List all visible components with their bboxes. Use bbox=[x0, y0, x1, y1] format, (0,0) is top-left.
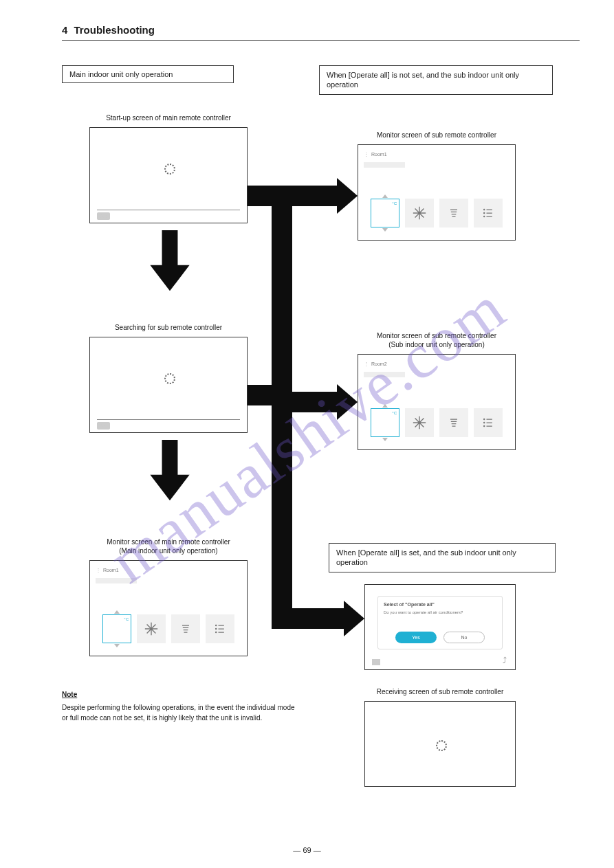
fan-icon bbox=[447, 206, 461, 220]
back-icon[interactable]: ⤴ bbox=[503, 656, 507, 665]
connector bbox=[248, 186, 272, 206]
svg-point-4 bbox=[483, 212, 485, 214]
loading-spinner-icon bbox=[436, 740, 444, 748]
temp-tile[interactable]: °C bbox=[102, 614, 131, 643]
caption-monitor-sub1: Monitor screen of sub remote controller bbox=[351, 131, 523, 140]
arrow-right-icon bbox=[337, 384, 358, 420]
connector bbox=[272, 608, 344, 629]
fan-tile[interactable] bbox=[439, 408, 468, 437]
fan-icon bbox=[447, 416, 461, 430]
arrow-right-icon bbox=[337, 178, 358, 214]
panel-monitor-main: ⋮ Room1 °C bbox=[89, 560, 248, 656]
list-icon bbox=[213, 622, 227, 636]
label-sub-only: When [Operate all] is not set, and the s… bbox=[319, 65, 553, 95]
dialog-question: Do you want to operate all air condition… bbox=[384, 610, 496, 614]
caption-receiving: Receiving screen of sub remote controlle… bbox=[351, 687, 529, 696]
connector-trunk bbox=[272, 186, 292, 629]
connector bbox=[292, 186, 337, 206]
caption-line2: (Main indoor unit only operation) bbox=[76, 546, 261, 555]
divider bbox=[97, 419, 240, 420]
breadcrumb-bar bbox=[364, 370, 405, 377]
control-tiles: °C bbox=[358, 199, 515, 227]
label-operate-all: When [Operate all] is set, and the sub i… bbox=[329, 543, 556, 572]
note-block: Note bbox=[62, 691, 298, 698]
snowflake-icon bbox=[412, 415, 427, 430]
panel-monitor-sub2: ⋮ Room2 °C bbox=[358, 354, 516, 450]
svg-point-5 bbox=[483, 216, 485, 218]
snowflake-icon bbox=[144, 621, 159, 636]
svg-point-7 bbox=[483, 422, 485, 424]
room-label: Room1 bbox=[371, 152, 387, 157]
temp-unit: °C bbox=[392, 411, 397, 415]
fan-tile[interactable] bbox=[439, 199, 468, 227]
panel-monitor-sub1: ⋮ Room1 °C bbox=[358, 144, 516, 241]
panel-startup: AC bbox=[89, 127, 248, 223]
card-header: ⋮ Room1 bbox=[96, 565, 241, 575]
dialog-title: Select of "Operate all" bbox=[384, 602, 496, 607]
caption-line2: (Sub indoor unit only operation) bbox=[344, 340, 529, 349]
ac-label: AC bbox=[97, 212, 110, 220]
loading-spinner-icon bbox=[164, 164, 173, 172]
label-main-only: Main indoor unit only operation bbox=[62, 65, 234, 83]
control-tiles: °C bbox=[358, 408, 515, 437]
caption-search-sub: Searching for sub remote controller bbox=[89, 323, 248, 332]
caption-startup: Start-up screen of main remote controlle… bbox=[89, 113, 248, 122]
temp-tile[interactable]: °C bbox=[371, 408, 399, 437]
connector bbox=[292, 392, 337, 412]
divider bbox=[97, 210, 240, 210]
card-header: ⋮ Room1 bbox=[364, 149, 509, 159]
page-header: 4 Troubleshooting bbox=[62, 24, 580, 41]
svg-point-3 bbox=[483, 209, 485, 211]
menu-dots-icon: ⋮ bbox=[364, 361, 369, 367]
svg-point-2 bbox=[215, 632, 217, 634]
no-button[interactable]: No bbox=[443, 632, 485, 643]
caption-line1: Monitor screen of sub remote controller bbox=[344, 331, 529, 340]
snowflake-icon bbox=[412, 205, 427, 221]
svg-point-1 bbox=[215, 628, 217, 630]
breadcrumb-bar bbox=[364, 160, 405, 168]
temp-tile[interactable]: °C bbox=[371, 199, 399, 227]
dialog-buttons: Yes No bbox=[386, 632, 494, 643]
yes-button[interactable]: Yes bbox=[395, 632, 437, 643]
room-label: Room1 bbox=[103, 568, 119, 572]
note-label: Note bbox=[62, 691, 77, 698]
list-icon bbox=[481, 206, 495, 220]
caption-monitor-sub2: Monitor screen of sub remote controller … bbox=[344, 331, 529, 349]
ac-label: AC bbox=[97, 422, 110, 430]
svg-point-8 bbox=[483, 425, 485, 427]
section-title: Troubleshooting bbox=[74, 24, 155, 36]
arrow-right-icon bbox=[344, 601, 364, 636]
svg-point-6 bbox=[483, 419, 485, 421]
page-number: — 69 — bbox=[293, 846, 320, 854]
room-label: Room2 bbox=[371, 361, 387, 366]
section-number: 4 bbox=[62, 24, 67, 36]
fan-tile[interactable] bbox=[171, 614, 200, 643]
caption-monitor-main: Monitor screen of main remote controller… bbox=[76, 537, 261, 555]
fan-icon bbox=[179, 622, 193, 636]
mode-tile[interactable] bbox=[137, 614, 166, 643]
note-text: Despite performing the following operati… bbox=[62, 702, 298, 723]
temp-unit: °C bbox=[392, 201, 397, 205]
menu-dots-icon: ⋮ bbox=[364, 151, 369, 157]
list-tile[interactable] bbox=[206, 614, 234, 643]
control-tiles: °C bbox=[90, 614, 247, 643]
panel-dialog: Select of "Operate all" Do you want to o… bbox=[364, 584, 516, 670]
mode-tile[interactable] bbox=[405, 408, 434, 437]
mode-tile[interactable] bbox=[405, 199, 434, 227]
home-icon bbox=[372, 659, 380, 665]
list-icon bbox=[481, 416, 495, 430]
card-header: ⋮ Room2 bbox=[364, 359, 509, 368]
caption-line1: Monitor screen of main remote controller bbox=[76, 537, 261, 546]
list-tile[interactable] bbox=[474, 408, 503, 437]
panel-receiving bbox=[364, 701, 516, 787]
list-tile[interactable] bbox=[474, 199, 503, 227]
arrow-down-icon bbox=[146, 230, 194, 293]
svg-point-0 bbox=[215, 625, 217, 627]
panel-search-sub: AC bbox=[89, 337, 248, 433]
arrow-down-icon bbox=[146, 440, 194, 503]
menu-dots-icon: ⋮ bbox=[96, 567, 100, 573]
dialog-card: Select of "Operate all" Do you want to o… bbox=[377, 596, 503, 649]
loading-spinner-icon bbox=[164, 373, 173, 381]
temp-unit: °C bbox=[124, 617, 129, 621]
connector bbox=[248, 385, 272, 405]
